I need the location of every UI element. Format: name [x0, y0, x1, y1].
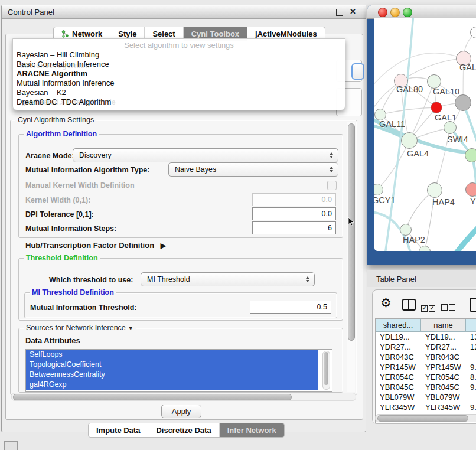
hub-definition-label: Hub/Transcription Factor Definition: [25, 241, 154, 250]
node-label: HAP2: [403, 235, 425, 244]
table-cell: YDL19...: [376, 332, 421, 342]
network-node-gal11[interactable]: [374, 109, 386, 120]
columns-icon[interactable]: [402, 299, 416, 311]
table-cell: YBR043C: [376, 352, 421, 362]
table-horizontal-scrollbar-thumb[interactable]: [377, 415, 468, 422]
node-label: GAL80: [396, 84, 423, 94]
screenshot-root: Control Panel ✕ NetworkStyleSelectCyni T…: [0, 0, 476, 450]
mi-steps-input[interactable]: 6: [252, 221, 336, 234]
threshold-definition-title: Threshold Definition: [24, 254, 100, 262]
network-window-titlebar[interactable]: [367, 5, 476, 19]
data-attributes-list[interactable]: SelfLoopsTopologicalCoefficientBetweenne…: [25, 349, 332, 392]
network-node-y[interactable]: [465, 182, 476, 197]
settings-vertical-scrollbar-thumb[interactable]: [348, 123, 355, 341]
gear-icon[interactable]: ⚙: [380, 296, 392, 310]
algorithm-option[interactable]: Bayesian – K2: [17, 88, 341, 97]
collapse-arrow-icon[interactable]: ▼: [128, 325, 133, 331]
table-cell: 12: [466, 342, 476, 352]
panel-icon[interactable]: [470, 298, 476, 312]
kernel-width-input[interactable]: 0.0: [252, 193, 336, 206]
mouse-cursor: [348, 217, 355, 227]
network-node-gal1[interactable]: [431, 102, 442, 113]
attribute-list-item[interactable]: gal4RGexp: [26, 380, 318, 390]
dpi-tolerance-label: DPI Tolerance [0,1]:: [25, 210, 94, 219]
node-label: GAL4: [407, 149, 429, 158]
table-row[interactable]: YDR27...YDR27...12: [376, 342, 476, 352]
tab-discretize-data[interactable]: Discretize Data: [148, 423, 219, 437]
ghost-default-node-label: gal-filtered.sif default node: [21, 98, 116, 106]
sources-title-text: Sources for Network Inference: [26, 324, 126, 332]
mi-type-combo[interactable]: Naive Bayes: [168, 162, 338, 177]
manual-kernel-checkbox[interactable]: [327, 181, 337, 190]
tab-impute-data[interactable]: Impute Data: [89, 423, 148, 437]
table-row[interactable]: YLR345WYLR345W9.: [376, 402, 476, 412]
column-header-name[interactable]: name: [421, 319, 466, 332]
table-cell: YER054C: [376, 372, 421, 382]
attributes-scrollbar[interactable]: [322, 351, 330, 390]
network-node[interactable]: [465, 148, 476, 162]
network-node-gal4[interactable]: [401, 132, 418, 149]
table-cell: YER054C: [421, 372, 466, 382]
algorithm-option[interactable]: ARACNE Algorithm: [17, 69, 341, 79]
expand-arrow-icon: ▶: [161, 242, 166, 250]
network-node-swi4[interactable]: [444, 121, 457, 134]
table-row[interactable]: YPR145WYPR145W9.: [376, 362, 476, 372]
settings-vertical-scrollbar[interactable]: [347, 122, 355, 392]
node-label: GAL11: [379, 119, 405, 129]
float-window-icon[interactable]: [336, 9, 343, 16]
table-cell: [466, 352, 476, 362]
network-node-hap4[interactable]: [427, 182, 442, 198]
collapsed-widget[interactable]: [4, 441, 18, 450]
column-header-shared...[interactable]: shared...: [376, 319, 421, 332]
which-threshold-label: Which threshold to use:: [49, 276, 133, 284]
spinner-arrows-icon: [306, 276, 309, 282]
table-cell: YPR145W: [376, 362, 421, 372]
attribute-list-item[interactable]: SelfLoops: [26, 350, 318, 360]
table-row[interactable]: YBR045CYBR045C9.: [376, 382, 476, 392]
deselect-all-checkboxes-icon[interactable]: [441, 302, 457, 313]
tab-label: Cyni Toolbox: [191, 30, 239, 38]
dpi-tolerance-input[interactable]: 0.0: [252, 207, 336, 220]
algorithm-option[interactable]: Bayesian – Hill Climbing: [17, 50, 341, 60]
table-row[interactable]: YBL079WYBL079W: [376, 392, 476, 402]
network-node-hap2[interactable]: [400, 224, 412, 236]
close-traffic-light-icon[interactable]: [378, 8, 387, 17]
tab-infer-network[interactable]: Infer Network: [219, 423, 284, 437]
control-panel-titlebar[interactable]: Control Panel ✕: [2, 5, 366, 19]
node-label: Y: [470, 197, 476, 206]
table-row[interactable]: YER054CYER054C8.: [376, 372, 476, 382]
zoom-traffic-light-icon[interactable]: [403, 8, 412, 17]
settings-horizontal-scrollbar-thumb[interactable]: [13, 394, 292, 400]
spinner-arrows-icon: [330, 167, 333, 172]
focused-spinner-fragment[interactable]: [351, 63, 364, 80]
table-horizontal-scrollbar[interactable]: [375, 414, 476, 422]
mi-threshold-input[interactable]: 0.5: [250, 301, 331, 314]
node-attribute-table[interactable]: shared...name YDL19...YDL19...13YDR27...…: [375, 318, 476, 423]
bottom-tabbar: Impute DataDiscretize DataInfer Network: [88, 423, 285, 438]
settings-horizontal-scrollbar[interactable]: [11, 393, 356, 401]
aracne-mode-label: Aracne Mode:: [25, 152, 74, 160]
which-threshold-combo[interactable]: MI Threshold: [141, 272, 315, 286]
network-node[interactable]: [455, 94, 471, 111]
table-row[interactable]: YBR043CYBR043C: [376, 352, 476, 362]
spinner-arrows-icon: [330, 152, 333, 158]
apply-button[interactable]: Apply: [161, 405, 201, 418]
aracne-mode-combo[interactable]: Discovery: [73, 148, 338, 162]
algorithm-dropdown-popup: Inference Algorithm gal-filtered.sif def…: [12, 38, 345, 110]
column-header-extra[interactable]: [466, 319, 476, 332]
minimize-traffic-light-icon[interactable]: [390, 8, 400, 17]
table-panel-titlebar[interactable]: Table Panel: [367, 270, 476, 287]
tab-label: jActiveMNodules: [255, 30, 317, 38]
network-canvas[interactable]: GALGAL80GAL10GAL1GAL11SWI4GAL4GCY1HAP4YH…: [374, 18, 476, 251]
hub-definition-toggle[interactable]: Hub/Transcription Factor Definition ▶: [25, 241, 166, 250]
select-all-checkboxes-icon[interactable]: ✓✓: [421, 302, 436, 312]
close-icon[interactable]: ✕: [350, 7, 356, 16]
node-label: SWI4: [447, 135, 468, 144]
attribute-list-item[interactable]: TopologicalCoefficient: [26, 360, 318, 370]
algorithm-option[interactable]: Mutual Information Inference: [17, 79, 341, 88]
table-cell: YLR345W: [421, 402, 466, 412]
attribute-list-item[interactable]: BetweennessCentrality: [26, 370, 318, 380]
ghost-inference-algorithm-label: Inference Algorithm: [20, 61, 90, 70]
cyni-settings-title: Cyni Algorithm Settings: [15, 116, 96, 124]
table-row[interactable]: YDL19...YDL19...13: [376, 332, 476, 342]
